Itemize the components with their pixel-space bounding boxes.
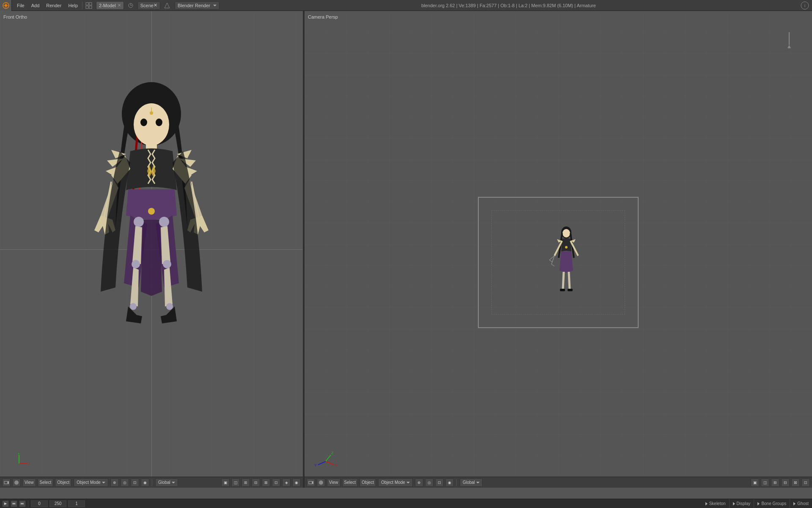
svg-marker-11 [165,3,170,8]
status-icon-2[interactable]: ⏮ [11,500,17,507]
svg-rect-6 [86,6,88,8]
svg-point-38 [562,229,570,237]
right-viewport-solid-icon[interactable] [317,478,325,487]
status-icon-1[interactable]: ▶ [2,500,9,507]
ghost-section: Ghost [790,501,812,506]
camera-top-indicator [787,32,791,48]
top-menu-bar: File Add Render Help 2-Model ✕ Scene ✕ [0,0,812,11]
menu-bar: File Add Render Help [14,0,81,11]
right-overlay-6[interactable]: ⊡ [801,478,810,487]
svg-text:X: X [28,462,30,466]
display-label: Display [737,501,751,506]
right-select-btn[interactable]: Select [342,478,358,487]
svg-point-47 [565,246,568,248]
menu-render[interactable]: Render [43,0,65,11]
right-overlay-4[interactable]: ⊟ [781,478,790,487]
svg-point-28 [166,303,173,310]
frame-end-input[interactable] [49,500,66,507]
scene-tab[interactable]: Scene ✕ [137,1,160,10]
svg-text:Z: Z [18,453,20,455]
overlay-icon-7[interactable]: ◈ [282,478,291,487]
frame-start-input[interactable] [31,500,48,507]
axis-indicator-left: X Z [8,453,30,475]
right-separator [456,479,457,486]
workspace-tab-model[interactable]: 2-Model ✕ [96,1,124,10]
svg-rect-45 [560,289,565,291]
menu-add[interactable]: Add [28,0,43,11]
left-global-dropdown[interactable]: Global [155,478,178,487]
blender-info-bar: blender.org 2.62 | Ve:1389 | Fa:2577 | O… [421,3,600,8]
svg-text:i: i [804,3,805,8]
svg-line-42 [571,241,578,256]
svg-text:Z: Z [331,451,334,455]
overlay-icon-5[interactable]: ⊠ [262,478,270,487]
svg-rect-46 [568,289,573,291]
right-viewport-camera-icon[interactable] [307,478,315,487]
right-viewport[interactable]: Camera Persp [304,11,812,488]
left-select-btn[interactable]: Select [38,478,54,487]
overlay-icon-1[interactable]: ▣ [221,478,230,487]
overlay-icon-6[interactable]: ⊡ [272,478,280,487]
right-viewport-label: Camera Persp [308,14,338,19]
render-engine-selector[interactable]: Blender Render [175,1,219,10]
overlay-icon-3[interactable]: ⊞ [241,478,250,487]
overlay-icon-8[interactable]: ◉ [292,478,301,487]
svg-line-50 [326,455,331,461]
viewport-solid-icon[interactable] [12,478,21,487]
right-viewport-toolbar: View Select Object Object Mode ⊕ ◎ ⊡ ◉ G… [304,477,812,488]
proportional-edit-icon[interactable]: ◉ [141,478,149,487]
skeleton-section: Skeleton [702,499,730,508]
overlay-icon-4[interactable]: ⊟ [252,478,260,487]
status-bar: ▶ ⏮ ⏭ Skeleton Display Bone Groups Ghost [0,499,812,508]
left-viewport-toolbar: View Select Object Object Mode ⊕ ◎ ⊡ ◉ G… [0,477,303,488]
svg-text:Y: Y [314,463,317,467]
svg-line-52 [318,461,326,465]
pivot-point-icon[interactable]: ◎ [121,478,129,487]
svg-point-27 [163,260,171,268]
left-viewport[interactable]: Front Ortho [0,11,304,488]
svg-text:X: X [335,463,337,467]
camera-view-box [478,197,639,328]
svg-rect-7 [89,6,92,8]
right-object-btn[interactable]: Object [359,478,376,487]
snap-icon[interactable]: ⊡ [131,478,139,487]
right-transform-icon[interactable]: ⊕ [415,478,423,487]
svg-line-43 [563,272,564,290]
right-overlay-2[interactable]: ◫ [761,478,769,487]
right-mode-dropdown[interactable]: Object Mode [378,478,413,487]
transform-manipulator-icon[interactable]: ⊕ [110,478,119,487]
menu-help[interactable]: Help [65,0,81,11]
workspace-tab-close[interactable]: ✕ [118,3,121,8]
right-global-dropdown[interactable]: Global [460,478,483,487]
svg-rect-4 [86,3,88,5]
right-overlay-3[interactable]: ⊞ [771,478,779,487]
right-view-btn[interactable]: View [327,478,340,487]
axis-indicator-right: X Z Y [313,449,338,475]
bone-groups-triangle-icon [757,502,760,505]
right-proportional-icon[interactable]: ◉ [445,478,454,487]
overlay-icon-2[interactable]: ◫ [231,478,240,487]
left-object-btn[interactable]: Object [55,478,71,487]
mode-dropdown-icon [102,482,105,483]
right-pivot-icon[interactable]: ◎ [425,478,433,487]
right-snap-icon[interactable]: ⊡ [435,478,444,487]
frame-current-input[interactable] [68,500,85,507]
svg-point-36 [14,480,19,485]
bone-groups-section: Bone Groups [754,499,790,508]
left-mode-dropdown[interactable]: Object Mode [74,478,108,487]
svg-line-41 [554,241,562,256]
viewport-camera-icon[interactable] [2,478,11,487]
blender-logo[interactable] [0,0,12,11]
bone-groups-label: Bone Groups [761,501,786,506]
svg-rect-34 [4,481,8,484]
display-section: Display [730,499,754,508]
menu-file[interactable]: File [14,0,28,11]
left-viewport-label: Front Ortho [3,14,27,19]
status-icon-3[interactable]: ⏭ [19,500,26,507]
character-model-container [0,11,303,488]
scene-tab-close[interactable]: ✕ [154,3,157,8]
right-overlay-1[interactable]: ▣ [751,478,759,487]
svg-point-24 [159,217,169,227]
right-overlay-5[interactable]: ⊠ [791,478,800,487]
left-view-btn[interactable]: View [22,478,36,487]
